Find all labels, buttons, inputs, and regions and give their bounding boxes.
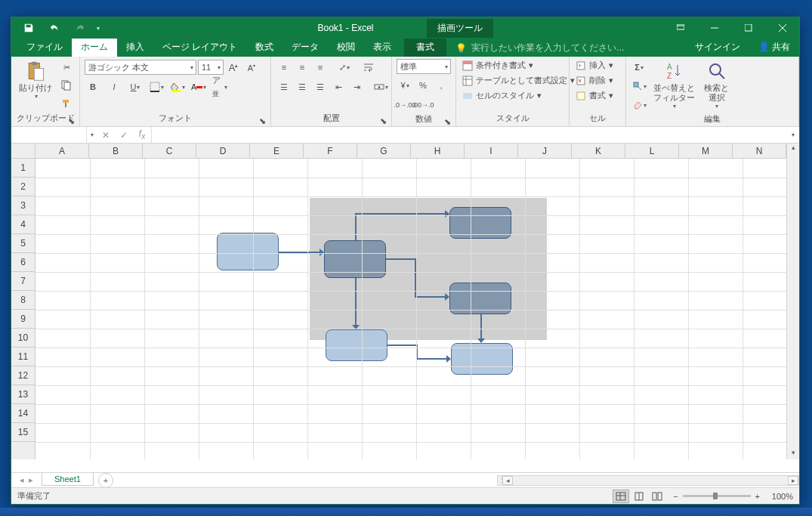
clipboard-dialog-launcher[interactable]: ⬊ [67,116,75,124]
font-name-combo[interactable]: 游ゴシック 本文 [85,60,196,75]
tab-view[interactable]: 表示 [364,38,400,57]
minimize-button[interactable] [697,17,731,39]
name-box-dropdown[interactable]: ▾ [88,131,97,138]
row-header-11[interactable]: 11 [11,348,35,366]
align-top-button[interactable]: ≡ [276,59,292,76]
row-header-15[interactable]: 15 [11,423,35,442]
add-sheet-button[interactable]: + [98,473,113,488]
connector-4[interactable] [355,278,357,325]
column-headers[interactable]: ABCDEFGHIJKLMN [36,144,786,159]
horizontal-scrollbar[interactable]: ⋮ ◂ ▸ [497,475,799,486]
alignment-dialog-launcher[interactable]: ⬊ [379,116,387,124]
column-header-M[interactable]: M [679,144,733,158]
align-bottom-button[interactable]: ≡ [312,59,329,76]
column-header-G[interactable]: G [357,144,411,158]
tab-data[interactable]: データ [283,38,328,57]
flowchart-shape-1[interactable] [217,233,279,270]
orientation-button[interactable]: ⤢▾ [336,59,353,76]
row-header-14[interactable]: 14 [11,404,35,423]
row-header-2[interactable]: 2 [11,178,35,196]
font-dialog-launcher[interactable]: ⬊ [258,116,266,124]
page-break-view-button[interactable] [649,490,665,503]
row-header-10[interactable]: 10 [11,329,35,348]
cancel-formula-button[interactable]: ✕ [97,127,115,143]
row-header-12[interactable]: 12 [11,366,35,385]
clear-button[interactable]: ▾ [631,97,647,113]
delete-cells-button[interactable]: ×削除 ▾ [574,74,615,87]
flowchart-shape-5[interactable] [326,329,387,361]
number-format-combo[interactable]: 標準 [397,59,451,74]
copy-button[interactable] [58,77,75,94]
increase-font-button[interactable]: A▴ [225,59,242,76]
ribbon-options-button[interactable] [663,17,697,39]
font-size-combo[interactable]: 11 [198,60,224,75]
row-header-8[interactable]: 8 [11,291,35,310]
sheet-nav[interactable]: ◂▸ [11,475,42,485]
column-header-A[interactable]: A [36,144,89,158]
tab-review[interactable]: 校閲 [328,38,364,57]
page-layout-view-button[interactable] [631,490,647,503]
paste-button[interactable]: 貼り付け ▾ [16,59,55,102]
zoom-in-button[interactable]: + [755,492,760,501]
vertical-scrollbar[interactable]: ▴▾ [786,144,799,459]
row-header-9[interactable]: 9 [11,310,35,329]
sheet-tab-1[interactable]: Sheet1 [42,473,94,486]
close-button[interactable] [765,17,799,39]
autosum-button[interactable]: Σ▾ [631,59,647,76]
column-header-C[interactable]: C [143,144,196,158]
undo-button[interactable] [45,20,64,36]
row-header-13[interactable]: 13 [11,385,35,404]
format-painter-button[interactable] [58,95,75,112]
tab-format[interactable]: 書式 [404,38,446,57]
column-header-L[interactable]: L [625,144,679,158]
windows-taskbar[interactable] [0,508,812,516]
insert-cells-button[interactable]: +挿入 ▾ [574,59,615,72]
connector-5[interactable] [480,314,482,338]
column-header-E[interactable]: E [250,144,304,158]
merge-center-button[interactable]: a▾ [372,79,389,95]
column-header-K[interactable]: K [572,144,625,158]
select-all-button[interactable] [11,144,36,159]
italic-button[interactable]: I [106,79,122,95]
name-box[interactable] [11,127,87,143]
redo-button[interactable] [70,20,90,36]
qat-customize[interactable]: ▾ [97,25,100,32]
column-header-H[interactable]: H [411,144,465,158]
tab-formulas[interactable]: 数式 [246,38,283,57]
signin-button[interactable]: サインイン [686,38,749,57]
zoom-level[interactable]: 100% [764,492,793,501]
wrap-text-button[interactable] [360,59,377,76]
align-center-button[interactable]: ☰ [294,79,310,95]
column-header-F[interactable]: F [304,144,357,158]
conditional-formatting-button[interactable]: 条件付き書式 ▾ [461,59,535,72]
column-header-D[interactable]: D [196,144,250,158]
percent-format-button[interactable]: % [415,77,431,94]
sort-filter-button[interactable]: AZ 並べ替えと フィルター▾ [650,59,698,112]
border-button[interactable]: ▾ [148,79,165,95]
accounting-format-button[interactable]: ¥▾ [397,77,413,94]
row-header-7[interactable]: 7 [11,272,35,291]
zoom-slider[interactable] [683,495,751,497]
zoom-out-button[interactable]: − [673,492,678,501]
tab-home[interactable]: ホーム [72,38,117,57]
row-header-4[interactable]: 4 [11,215,35,234]
enter-formula-button[interactable]: ✓ [115,127,133,143]
row-header-6[interactable]: 6 [11,253,35,272]
tab-pagelayout[interactable]: ページ レイアウト [153,38,246,57]
bold-button[interactable]: B [85,79,101,95]
save-button[interactable] [19,20,39,36]
cells-area[interactable] [36,159,786,459]
row-header-3[interactable]: 3 [11,196,35,215]
format-as-table-button[interactable]: テーブルとして書式設定 ▾ [461,74,576,87]
font-color-button[interactable]: A▾ [190,79,207,95]
tab-insert[interactable]: 挿入 [117,38,153,57]
ruby-button[interactable]: ア亜▾ [211,79,228,95]
worksheet-grid[interactable]: ABCDEFGHIJKLMN 123456789101112131415 [11,144,799,472]
underline-button[interactable]: U▾ [127,79,144,95]
find-select-button[interactable]: 検索と 選択▾ [701,59,732,112]
column-header-B[interactable]: B [89,144,143,158]
column-header-I[interactable]: I [465,144,518,158]
tellme-search[interactable]: 💡 実行したい作業を入力してください... [455,39,624,57]
number-dialog-launcher[interactable]: ⬊ [443,117,451,125]
share-button[interactable]: 👤共有 [749,38,799,57]
